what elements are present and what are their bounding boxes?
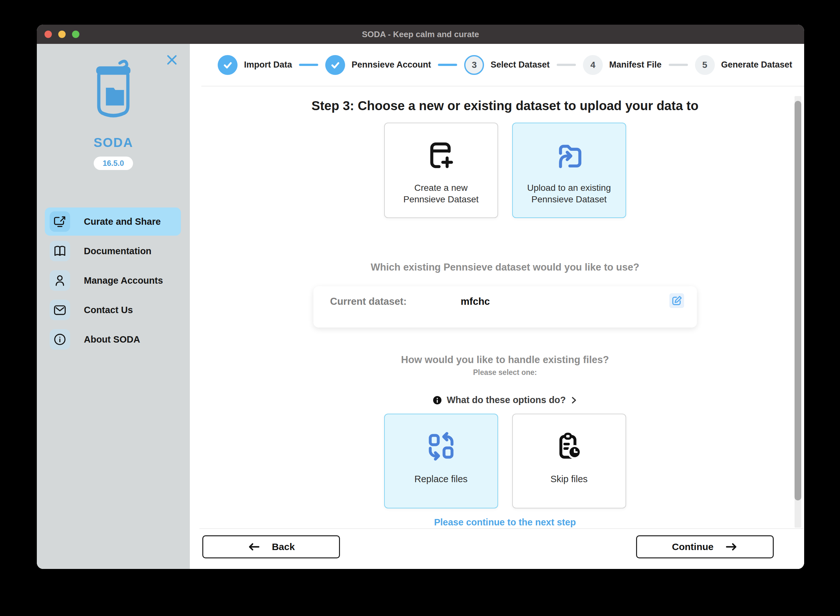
stepper-connector [438,64,457,66]
card-label: Create a new Pennsieve Dataset [399,182,483,205]
step-select-dataset[interactable]: 3 Select Dataset [464,55,550,75]
scrollbar-track[interactable] [795,96,801,528]
back-button-label: Back [272,541,295,552]
step-number: 4 [590,60,595,70]
app-name: SODA [37,135,190,150]
scrollbar-thumb[interactable] [795,101,801,500]
step-label: Generate Dataset [721,60,792,70]
create-new-dataset-card[interactable]: Create a new Pennsieve Dataset [384,123,498,218]
card-label: Skip files [550,473,588,485]
progress-stepper: Import Data Pennsieve Account 3 Select D… [206,44,804,86]
sidebar: SODA 16.5.0 Curate and Share [37,44,190,569]
options-help-label: What do these options do? [447,395,566,405]
stepper-divider [201,86,804,87]
existing-dataset-question: Which existing Pennsieve dataset would y… [206,261,804,273]
soda-can-logo-icon [37,58,190,126]
step-label: Pennsieve Account [352,60,431,70]
arrow-left-icon [248,542,260,551]
options-help-link[interactable]: What do these options do? [206,395,804,405]
step-1-check-icon [218,55,237,75]
minimize-window-button[interactable] [58,31,66,38]
stepper-connector [669,64,688,66]
file-option-cards: Replace files Skip files [206,414,804,509]
select-one-label: Please select one: [206,368,804,377]
main-content: Import Data Pennsieve Account 3 Select D… [190,44,804,569]
app-window: SODA - Keep calm and curate SODA 16 [37,25,804,569]
step-number: 3 [472,60,477,70]
sidebar-item-curate-and-share[interactable]: Curate and Share [45,207,181,236]
card-label: Upload to an existing Pennsieve Dataset [527,182,611,205]
version-badge: 16.5.0 [94,157,133,170]
sidebar-nav: Curate and Share Documentation [45,207,181,353]
info-icon [50,329,70,350]
clipboard-clock-icon [554,430,585,462]
continue-button-label: Continue [672,541,714,552]
card-label: Replace files [414,473,468,485]
sidebar-item-label: Manage Accounts [84,275,163,286]
current-dataset-label: Current dataset: [330,296,406,307]
current-dataset-card: Current dataset: mfchc [314,286,697,327]
close-window-button[interactable] [44,31,52,38]
sidebar-item-label: Curate and Share [84,216,161,227]
chevron-right-icon [570,396,578,404]
sidebar-item-label: About SODA [84,334,140,345]
sidebar-item-manage-accounts[interactable]: Manage Accounts [45,266,181,295]
step-import-data[interactable]: Import Data [218,55,292,75]
dataset-option-cards: Create a new Pennsieve Dataset Upload to… [206,123,804,218]
folder-arrow-icon [553,139,585,171]
sidebar-item-about-soda[interactable]: About SODA [45,325,181,353]
traffic-lights [44,31,79,38]
step-label: Manifest File [609,60,662,70]
sidebar-item-documentation[interactable]: Documentation [45,237,181,265]
step-pennsieve-account[interactable]: Pennsieve Account [325,55,431,75]
sidebar-item-contact-us[interactable]: Contact Us [45,296,181,324]
step-generate-dataset[interactable]: 5 Generate Dataset [695,55,792,75]
step-number: 5 [702,60,708,70]
book-icon [50,241,70,261]
swap-icon [426,430,456,462]
continue-hint: Please continue to the next step [206,517,804,528]
upload-existing-dataset-card[interactable]: Upload to an existing Pennsieve Dataset [512,123,626,218]
step-2-check-icon [325,55,345,75]
step-manifest-file[interactable]: 4 Manifest File [583,55,662,75]
titlebar: SODA - Keep calm and curate [37,25,804,44]
page-title: Step 3: Choose a new or existing dataset… [206,98,804,113]
step-3-circle: 3 [464,55,484,75]
back-button[interactable]: Back [202,535,340,558]
mail-icon [50,300,70,320]
current-dataset-value: mfchc [461,296,490,307]
window-title: SODA - Keep calm and curate [362,29,479,40]
user-icon [50,270,70,291]
footer-divider [199,528,803,529]
step-label: Select Dataset [490,60,550,70]
share-monitor-icon [50,211,70,232]
stepper-connector [299,64,318,66]
sidebar-item-label: Contact Us [84,305,133,315]
dataset-add-icon [425,139,457,171]
zoom-window-button[interactable] [72,31,79,38]
stepper-connector [557,64,576,66]
edit-dataset-button[interactable] [669,293,684,308]
replace-files-card[interactable]: Replace files [384,414,498,509]
step-4-circle: 4 [583,55,603,75]
handle-files-question: How would you like to handle existing fi… [206,354,804,366]
continue-button[interactable]: Continue [636,535,774,558]
arrow-right-icon [725,542,738,551]
step-5-circle: 5 [695,55,715,75]
skip-files-card[interactable]: Skip files [512,414,626,509]
sidebar-item-label: Documentation [84,246,151,257]
step-label: Import Data [244,60,292,70]
info-filled-icon [432,395,442,405]
